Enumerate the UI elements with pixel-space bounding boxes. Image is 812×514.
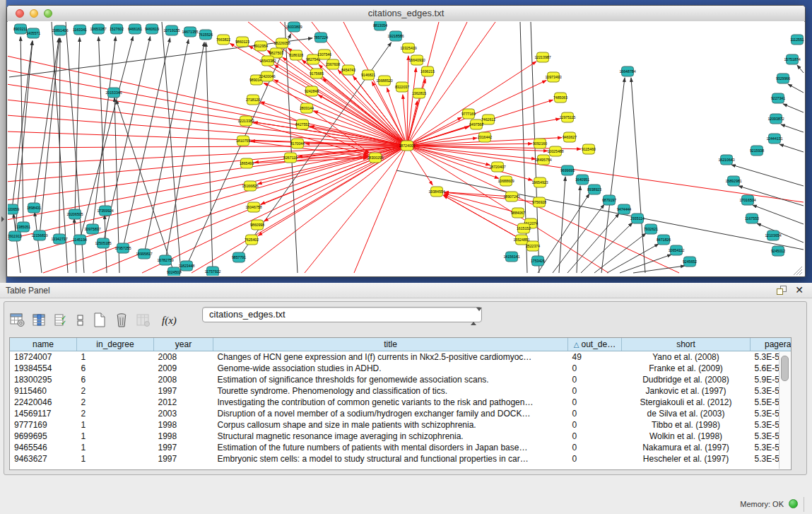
table-cell[interactable]: 1998 xyxy=(154,419,213,431)
graph-node[interactable]: 1865493 xyxy=(240,158,254,168)
graph-edge[interactable] xyxy=(305,146,407,273)
column-header-name[interactable]: name xyxy=(10,338,77,351)
graph-node[interactable]: 19384554 xyxy=(428,187,445,197)
graph-node[interactable]: 9463627 xyxy=(563,132,577,142)
graph-node[interactable]: 9215938 xyxy=(750,146,764,156)
graph-node[interactable]: 3911913 xyxy=(8,231,22,241)
graph-node[interactable]: 20153346 xyxy=(105,88,122,98)
graph-node[interactable]: 16046758 xyxy=(245,202,261,212)
graph-node[interactable]: 16640910 xyxy=(408,55,425,65)
graph-node[interactable]: 15166825 xyxy=(242,181,258,191)
table-cell[interactable]: 9115460 xyxy=(10,385,77,397)
graph-node[interactable]: 9756928 xyxy=(532,197,546,207)
table-cell[interactable]: 49 xyxy=(568,351,622,363)
panel-collapse-arrow-icon[interactable] xyxy=(1,216,4,222)
table-cell[interactable]: 6 xyxy=(77,374,154,385)
graph-node[interactable]: 17359924 xyxy=(97,206,113,216)
table-cell[interactable]: 22420046 xyxy=(10,397,77,408)
graph-node[interactable]: 8813054 xyxy=(373,21,387,30)
table-cell[interactable]: 1 xyxy=(77,351,154,363)
graph-edge[interactable] xyxy=(779,144,804,152)
graph-edge[interactable] xyxy=(631,78,645,273)
graph-edge[interactable] xyxy=(407,22,467,146)
graph-node[interactable]: 1640951 xyxy=(575,175,589,185)
graph-node[interactable]: 16033809 xyxy=(286,22,302,32)
table-cell[interactable]: 1997 xyxy=(154,442,213,453)
table-panel-titlebar[interactable]: Table Panel ✕ xyxy=(0,283,812,298)
graph-node[interactable]: 20891406 xyxy=(52,25,68,35)
table-row[interactable]: 1830029562008Estimation of significance … xyxy=(10,374,792,385)
graph-edge[interactable] xyxy=(74,218,76,273)
graph-node[interactable]: 14156141 xyxy=(503,252,519,262)
graph-node[interactable]: 15892981 xyxy=(725,176,741,186)
graph-node[interactable]: 2803144 xyxy=(300,103,314,113)
graph-node[interactable]: 9777169 xyxy=(461,109,476,119)
graph-edge[interactable] xyxy=(34,38,59,208)
graph-edge[interactable] xyxy=(354,146,407,273)
graph-node[interactable]: 13325419 xyxy=(400,43,416,53)
graph-node[interactable]: 9115460 xyxy=(582,144,596,154)
graph-node[interactable]: 9474444 xyxy=(617,204,631,214)
graph-node[interactable]: 12975115 xyxy=(560,112,576,122)
graph-node[interactable]: 9329966 xyxy=(776,74,790,83)
table-cell[interactable]: Disruption of a novel member of a sodium… xyxy=(213,408,568,419)
table-cell[interactable]: Embryonic stem cells: a model to study s… xyxy=(213,453,568,465)
table-cell[interactable]: 18724007 xyxy=(10,351,77,363)
table-cell[interactable]: Nakamura et al. (1997) xyxy=(622,442,751,453)
graph-node[interactable]: 8938923 xyxy=(587,185,601,194)
table-cell[interactable]: Jankovic et al. (1997) xyxy=(622,385,751,397)
delete-column-button[interactable] xyxy=(112,310,131,330)
graph-node[interactable]: 2620659 xyxy=(8,204,19,214)
graph-node[interactable]: 7485063 xyxy=(553,93,567,103)
vertical-scrollbar[interactable] xyxy=(779,352,790,469)
table-cell[interactable]: 0 xyxy=(568,397,622,408)
graph-node[interactable]: 9175685 xyxy=(310,69,324,78)
table-cell[interactable]: 2 xyxy=(77,397,154,408)
graph-node[interactable]: 18495754 xyxy=(535,155,551,165)
graph-node[interactable]: 22420046 xyxy=(259,71,275,81)
graph-node[interactable]: 9227341 xyxy=(771,93,785,103)
graph-edge[interactable] xyxy=(559,177,565,273)
table-cell[interactable]: Wolkin et al. (1998) xyxy=(622,431,751,442)
graph-node[interactable]: 7615526 xyxy=(199,30,213,40)
table-cell[interactable]: 1 xyxy=(77,419,154,431)
graph-node[interactable]: 7625402 xyxy=(245,235,259,245)
table-cell[interactable]: 0 xyxy=(568,408,622,419)
table-cell[interactable]: Investigating the contribution of common… xyxy=(213,397,568,408)
column-header-in_degree[interactable]: in_degree xyxy=(77,338,154,351)
graph-node[interactable]: 8267110 xyxy=(283,153,298,163)
resize-grip-icon[interactable] xyxy=(794,267,802,275)
graph-node[interactable]: 12213383 xyxy=(237,116,254,126)
graph-node[interactable]: 12444131 xyxy=(766,134,782,144)
graph-edge[interactable] xyxy=(753,205,804,224)
table-row[interactable]: 911546021997Tourette syndrome. Phenomeno… xyxy=(10,385,792,397)
graph-node[interactable]: 1145194 xyxy=(73,235,87,245)
graph-node[interactable]: 10654112 xyxy=(669,245,685,255)
graph-node[interactable]: 9242848 xyxy=(305,86,319,96)
graph-node[interactable]: 2935114 xyxy=(630,214,645,223)
table-cell[interactable]: 9699695 xyxy=(10,431,77,442)
graph-node[interactable]: 8186328 xyxy=(289,50,303,60)
graph-node[interactable]: 8170044 xyxy=(290,139,305,148)
graph-node[interactable]: 12103654 xyxy=(765,230,781,240)
graph-node[interactable]: 1696215 xyxy=(420,66,435,76)
table-cell[interactable]: Genome-wide association studies in ADHD. xyxy=(213,363,568,374)
table-cell[interactable]: de Silva et al. (2003) xyxy=(622,408,751,419)
graph-node[interactable]: 9860998 xyxy=(250,220,264,230)
table-row[interactable]: 1872400712008Changes of HCN gene express… xyxy=(10,351,792,363)
table-row[interactable]: 946362711997Embryonic stem cells: a mode… xyxy=(10,453,792,465)
select-columns-button[interactable]: ✓ ✓ xyxy=(52,310,71,330)
column-header-out_de[interactable]: △out_de… xyxy=(568,338,622,351)
graph-node[interactable]: 7857224 xyxy=(314,33,328,42)
graph-edge[interactable] xyxy=(8,146,407,220)
table-cell[interactable]: 1 xyxy=(77,431,154,442)
graph-edge[interactable] xyxy=(8,146,407,259)
graph-node[interactable]: 12505185 xyxy=(95,238,111,248)
table-cell[interactable]: 18300295 xyxy=(10,374,77,385)
table-cell[interactable]: 0 xyxy=(568,442,622,453)
memory-ok-indicator-icon[interactable] xyxy=(789,499,798,508)
column-header-title[interactable]: title xyxy=(213,338,568,351)
graph-node[interactable]: 1810755 xyxy=(236,136,250,146)
graph-node[interactable]: 10025488 xyxy=(547,146,563,156)
graph-node[interactable]: 9146821 xyxy=(361,70,375,80)
